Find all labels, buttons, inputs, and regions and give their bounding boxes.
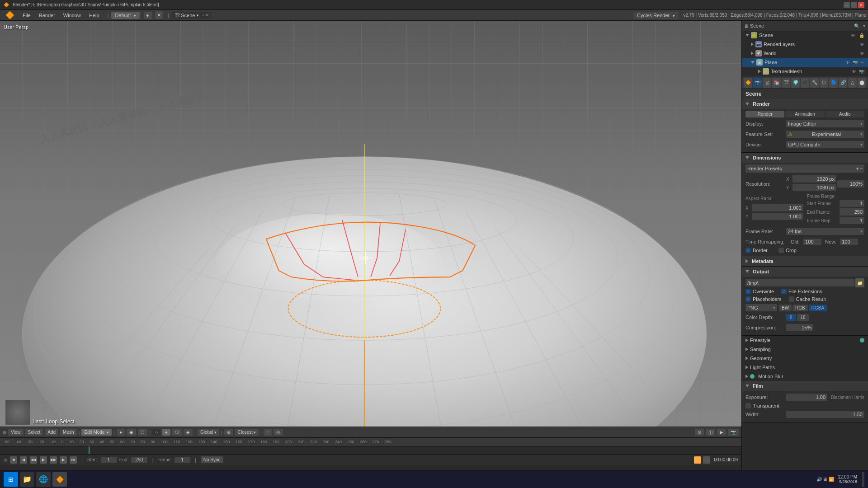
edit-mode-selector[interactable]: Edit Mode ▾ [81, 429, 112, 436]
scene-props-btn[interactable]: 🔶 [744, 78, 752, 88]
depth-16-btn[interactable]: 16 [797, 314, 809, 321]
remove-scene-btn[interactable]: ✕ [205, 13, 209, 18]
xray-btn[interactable]: ◫ [706, 429, 715, 436]
plane-edit-icon[interactable]: ✏ [861, 60, 864, 65]
shading-face[interactable]: ⬡ [138, 429, 147, 436]
geometry-item[interactable]: Geometry [742, 354, 868, 363]
renderlayers-eye-icon[interactable]: 👁 [860, 42, 864, 47]
shading-vertex[interactable]: ● [117, 429, 125, 436]
play-forward-btn[interactable]: ▶▶ [50, 456, 57, 464]
placeholders-checkbox[interactable]: ✓ [745, 296, 751, 302]
render-tab-animation[interactable]: Animation [785, 111, 824, 117]
path-browse-btn[interactable]: 📁 [855, 278, 864, 287]
outliner-item-scene[interactable]: 🔶 Scene 👁 🔒 [742, 31, 868, 40]
outliner-item-renderlayers[interactable]: 📷 RenderLayers 👁 [742, 40, 868, 49]
render-engine-selector[interactable]: Cycles Render ▾ [633, 12, 679, 19]
bw-btn[interactable]: BW [779, 305, 792, 311]
close-button[interactable]: ✕ [858, 2, 864, 8]
scene-eye-icon[interactable]: 👁 [851, 33, 855, 38]
file-ext-checkbox[interactable]: ✓ [781, 289, 787, 294]
transparent-checkbox[interactable] [745, 403, 751, 408]
width-input[interactable]: 1.50 [786, 411, 864, 418]
proportional-falloff[interactable]: ◎ [274, 429, 283, 436]
render-section-header[interactable]: Render [742, 99, 868, 109]
output-path-input[interactable]: /tmp\ [745, 279, 854, 286]
shading-edge[interactable]: ◉ [127, 429, 136, 436]
outliner-filter[interactable]: ▾ [863, 23, 865, 28]
output-props-btn[interactable]: 🖨 [763, 78, 771, 88]
crop-checkbox[interactable] [778, 248, 784, 253]
compression-input[interactable]: 15% [786, 324, 813, 331]
render-tab-render[interactable]: Render [745, 111, 784, 117]
rgba-btn[interactable]: RGBA [809, 305, 827, 311]
viewport-render[interactable]: ▶ [717, 429, 726, 436]
overwrite-checkbox[interactable]: ✓ [745, 289, 751, 294]
render-presets-btn[interactable]: Render Presets + − [745, 164, 864, 173]
display-selector[interactable]: Image Editor [786, 120, 864, 127]
render-tab-audio[interactable]: Audio [826, 111, 864, 117]
snap-toggle[interactable]: ⊕ [224, 429, 233, 436]
material-btn[interactable]: ⬤ [858, 78, 866, 88]
maximize-button[interactable]: □ [851, 2, 857, 8]
overlay-btn[interactable]: ⊙ [695, 429, 704, 436]
world-eye-icon[interactable]: 👁 [860, 51, 864, 56]
remove-preset-btn[interactable]: − [860, 166, 863, 171]
start-button[interactable]: ⊞ [4, 472, 18, 487]
frame-step-val[interactable]: 1 [840, 217, 865, 224]
res-percent-input[interactable]: 100% [837, 180, 864, 188]
add-workspace-btn[interactable]: + [144, 12, 152, 19]
mesh-render-icon[interactable]: 📷 [859, 69, 864, 74]
sampling-item[interactable]: Sampling [742, 345, 868, 354]
keyframe-btn[interactable] [694, 456, 701, 464]
outliner-item-world[interactable]: 🌍 World 👁 [742, 49, 868, 58]
rgb-btn[interactable]: RGB [793, 305, 808, 311]
scene-settings-btn[interactable]: 🎬 [782, 78, 790, 88]
jump-end-btn[interactable]: ⏭ [70, 456, 77, 464]
play-btn[interactable]: ▶ [40, 456, 47, 464]
shading-wire[interactable]: ○ [152, 429, 160, 436]
menu-window[interactable]: Window [60, 12, 85, 19]
outliner-item-texturedmesh[interactable]: △ TexturedMesh 👁 📷 [742, 67, 868, 76]
scene-tab[interactable]: Scene [181, 13, 195, 18]
scene-vis-icon[interactable]: 🔒 [859, 33, 864, 38]
viewport-3d[interactable]: 人人素材区 人人素材区 人人素材区 人人素材区 人人素材区 人人素材区 人人素材… [0, 21, 741, 470]
object-props-btn[interactable]: ⬛ [801, 78, 809, 88]
taskbar-file-explorer[interactable]: 📁 [20, 472, 34, 487]
motion-blur-item[interactable]: Motion Blur [742, 372, 868, 381]
add-preset-btn[interactable]: + [856, 166, 859, 171]
shading-texture[interactable]: ⬡ [172, 429, 182, 436]
jump-start-btn[interactable]: ⏮ [10, 456, 17, 464]
remove-workspace-btn[interactable]: ✕ [155, 11, 163, 19]
freestyle-item[interactable]: Freestyle [742, 336, 868, 345]
menu-file[interactable]: File [19, 12, 34, 19]
timeline-tracks[interactable] [0, 446, 741, 454]
prev-frame-btn[interactable]: ◀ [20, 456, 27, 464]
play-reverse-btn[interactable]: ◀◀ [30, 456, 37, 464]
minimize-button[interactable]: ─ [844, 2, 850, 8]
film-header[interactable]: Film [742, 381, 868, 391]
metadata-header[interactable]: Metadata [742, 256, 868, 266]
res-y-input[interactable]: 1080 px [793, 184, 836, 191]
no-sync-btn[interactable]: No Sync [201, 456, 223, 463]
aspect-x-input[interactable]: 1.000 [752, 204, 803, 211]
outliner-search[interactable]: 🔍 [854, 23, 859, 28]
menu-help[interactable]: Help [85, 12, 103, 19]
shading-solid[interactable]: ● [162, 429, 170, 436]
physics-btn[interactable]: 🔵 [829, 78, 838, 88]
render-props-btn[interactable]: 📷 [753, 78, 762, 88]
show-desktop-btn[interactable] [862, 472, 864, 487]
depth-8-btn[interactable]: 8 [786, 314, 796, 321]
pivot-selector[interactable]: Global ▾ [198, 429, 219, 436]
constraints-btn[interactable]: 🔗 [839, 78, 847, 88]
particles-btn[interactable]: ⬡ [820, 78, 828, 88]
current-frame-input[interactable] [175, 457, 190, 463]
outliner-item-plane[interactable]: ▣ Plane 👁 📷 ✏ [742, 58, 868, 67]
add-scene-btn[interactable]: + [202, 13, 204, 18]
proportional-edit[interactable]: ○ [264, 429, 272, 436]
select-menu[interactable]: Select [25, 429, 43, 436]
start-frame-val[interactable]: 1 [840, 200, 865, 207]
border-checkbox[interactable]: ✓ [745, 248, 751, 253]
view-layer-btn[interactable]: 📚 [772, 78, 781, 88]
plane-render-icon[interactable]: 📷 [853, 60, 858, 65]
delete-keyframe-btn[interactable] [703, 456, 710, 464]
